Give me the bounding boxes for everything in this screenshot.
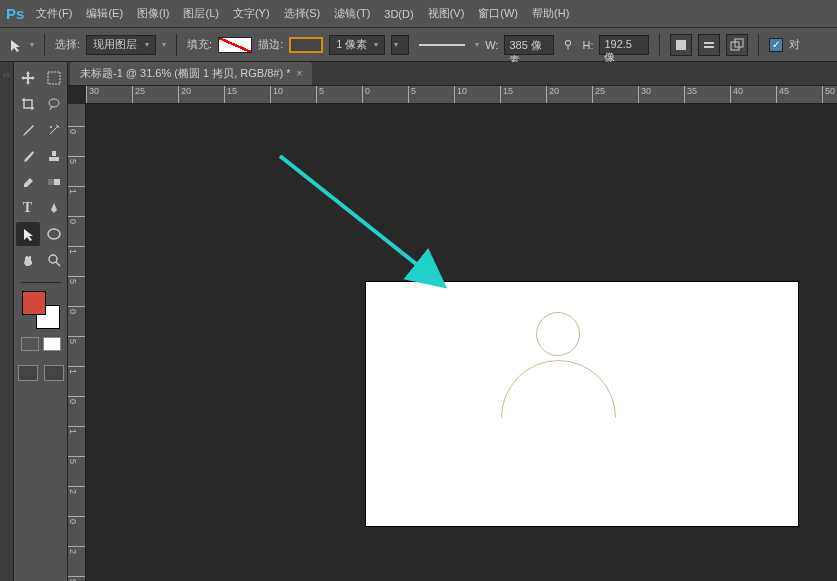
svg-point-6 — [49, 99, 59, 107]
svg-point-7 — [50, 126, 52, 128]
tool-preset-dropdown[interactable]: ▾ — [30, 40, 34, 49]
shape-tool[interactable] — [42, 222, 66, 246]
menu-type[interactable]: 文字(Y) — [233, 6, 270, 21]
magic-wand-tool[interactable] — [42, 118, 66, 142]
svg-line-15 — [280, 156, 444, 286]
document-area: 未标题-1 @ 31.6% (椭圆 1 拷贝, RGB/8#) * × 3025… — [68, 62, 837, 581]
chevron-down-icon: ▾ — [145, 40, 149, 49]
svg-rect-1 — [704, 42, 714, 44]
zoom-tool[interactable] — [42, 248, 66, 272]
menu-window[interactable]: 窗口(W) — [478, 6, 518, 21]
menu-view[interactable]: 视图(V) — [428, 6, 465, 21]
dock-collapse-strip[interactable]: ‹‹ — [0, 62, 14, 581]
chevron-down-icon[interactable]: ▾ — [162, 40, 166, 49]
main-area: ‹‹ T — [0, 62, 837, 581]
divider — [44, 34, 45, 56]
svg-point-13 — [49, 255, 57, 263]
path-select-icon — [8, 37, 24, 53]
stroke-style-dropdown[interactable]: ▾ — [391, 35, 409, 55]
menu-image[interactable]: 图像(I) — [137, 6, 169, 21]
fill-swatch[interactable] — [218, 37, 252, 53]
svg-rect-2 — [704, 46, 714, 48]
width-input[interactable]: 385 像素 — [504, 35, 554, 55]
pen-tool[interactable] — [42, 196, 66, 220]
menu-layer[interactable]: 图层(L) — [183, 6, 218, 21]
standard-mode[interactable] — [21, 337, 39, 351]
gradient-tool[interactable] — [42, 170, 66, 194]
marquee-tool[interactable] — [42, 66, 66, 90]
document-tab[interactable]: 未标题-1 @ 31.6% (椭圆 1 拷贝, RGB/8#) * × — [70, 62, 312, 85]
screen-mode-1[interactable] — [18, 365, 38, 381]
divider — [758, 34, 759, 56]
type-tool[interactable]: T — [16, 196, 40, 220]
stroke-width-input[interactable]: 1 像素 ▾ — [329, 35, 385, 55]
link-icon[interactable]: ⚲ — [560, 37, 576, 53]
ruler-horizontal[interactable]: 3025201510505101520253035404550 — [86, 86, 837, 104]
screen-mode — [18, 365, 64, 381]
select-label: 选择: — [55, 37, 80, 52]
align-checkbox[interactable]: ✓ — [769, 38, 783, 52]
svg-rect-9 — [49, 157, 59, 161]
svg-point-12 — [48, 229, 60, 239]
fill-label: 填充: — [187, 37, 212, 52]
stamp-tool[interactable] — [42, 144, 66, 168]
eyedropper-tool[interactable] — [16, 118, 40, 142]
stroke-width-value: 1 像素 — [336, 37, 367, 52]
path-ops-button[interactable] — [670, 34, 692, 56]
path-select-tool[interactable] — [16, 222, 40, 246]
path-arrange-button[interactable] — [726, 34, 748, 56]
select-layer-dropdown[interactable]: 现用图层 ▾ — [86, 35, 156, 55]
menu-edit[interactable]: 编辑(E) — [86, 6, 123, 21]
menu-filter[interactable]: 滤镜(T) — [334, 6, 370, 21]
close-icon[interactable]: × — [296, 68, 302, 79]
options-bar: ▾ 选择: 现用图层 ▾ ▾ 填充: 描边: 1 像素 ▾ ▾ ▾ W: 385… — [0, 28, 837, 62]
divider — [21, 282, 61, 283]
menu-3d[interactable]: 3D(D) — [384, 8, 413, 20]
crop-tool[interactable] — [16, 92, 40, 116]
width-label: W: — [485, 39, 498, 51]
svg-rect-0 — [676, 40, 686, 50]
menu-bar: Ps 文件(F) 编辑(E) 图像(I) 图层(L) 文字(Y) 选择(S) 滤… — [0, 0, 837, 28]
path-align-button[interactable] — [698, 34, 720, 56]
hand-tool[interactable] — [16, 248, 40, 272]
divider — [176, 34, 177, 56]
divider — [659, 34, 660, 56]
svg-rect-11 — [48, 179, 54, 185]
height-input[interactable]: 192.5 像 — [599, 35, 649, 55]
stroke-swatch[interactable] — [289, 37, 323, 53]
quickmask-mode[interactable] — [43, 337, 61, 351]
ruler-vertical[interactable]: 20510150510152025 — [68, 104, 86, 581]
chevron-down-icon[interactable]: ▾ — [475, 40, 479, 49]
foreground-color[interactable] — [22, 291, 46, 315]
move-tool[interactable] — [16, 66, 40, 90]
select-value: 现用图层 — [93, 37, 137, 52]
mask-mode — [21, 337, 61, 351]
menu-help[interactable]: 帮助(H) — [532, 6, 569, 21]
height-label: H: — [582, 39, 593, 51]
menu-file[interactable]: 文件(F) — [36, 6, 72, 21]
color-swatches[interactable] — [22, 291, 60, 329]
annotation-arrow — [276, 152, 476, 312]
chevron-down-icon: ▾ — [374, 40, 378, 49]
svg-line-14 — [56, 262, 60, 266]
canvas[interactable] — [86, 104, 837, 581]
chevron-down-icon: ▾ — [394, 40, 398, 49]
svg-rect-8 — [52, 151, 56, 156]
eraser-tool[interactable] — [16, 170, 40, 194]
brush-tool[interactable] — [16, 144, 40, 168]
toolbox: T — [14, 62, 68, 581]
menu-select[interactable]: 选择(S) — [284, 6, 321, 21]
svg-rect-5 — [48, 72, 60, 84]
lasso-tool[interactable] — [42, 92, 66, 116]
canvas-wrap: 20510150510152025 — [68, 104, 837, 581]
stroke-preview — [419, 44, 465, 46]
tab-bar: 未标题-1 @ 31.6% (椭圆 1 拷贝, RGB/8#) * × — [68, 62, 837, 86]
screen-mode-2[interactable] — [44, 365, 64, 381]
tab-title: 未标题-1 @ 31.6% (椭圆 1 拷贝, RGB/8#) * — [80, 66, 290, 81]
align-label: 对 — [789, 37, 800, 52]
ellipse-shape-head[interactable] — [536, 312, 580, 356]
stroke-label: 描边: — [258, 37, 283, 52]
app-logo: Ps — [6, 5, 24, 22]
